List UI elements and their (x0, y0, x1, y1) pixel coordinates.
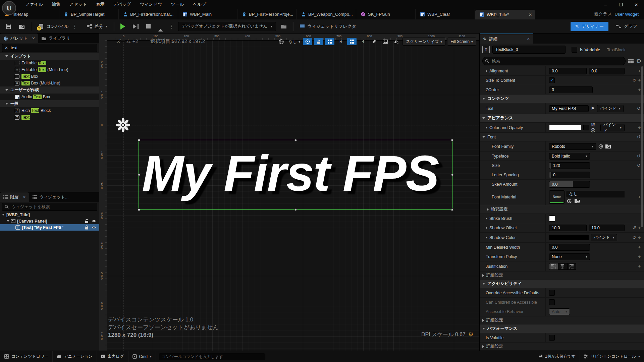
asset-tab-bp-weapon-compo[interactable]: BP_Weapon_Compo... (297, 9, 356, 19)
reset-to-default-icon[interactable]: ↺ (633, 235, 636, 240)
graph-mode-button[interactable]: グラフ (612, 22, 641, 31)
close-button[interactable]: ✕ (629, 0, 644, 9)
detail-row-font-subcategory[interactable]: Font↺ (480, 133, 644, 141)
selection-handle[interactable] (138, 174, 140, 176)
canvas-grid-snap-toggle[interactable] (325, 38, 334, 45)
asset-tab-wbp-main[interactable]: WBP_Main (178, 9, 237, 19)
menu-debug[interactable]: デバッグ (109, 0, 135, 9)
detail-row-advanced-3[interactable]: 詳細設定 (480, 343, 644, 351)
hierarchy-row-text-widget[interactable]: T[Text] "My First FPS" (0, 224, 99, 231)
add-keyframe-icon[interactable]: + (638, 235, 641, 240)
detail-row-content-section[interactable]: コンテンツ (480, 95, 644, 103)
details-search-input[interactable] (491, 58, 623, 64)
checkbox[interactable] (549, 335, 555, 341)
add-keyframe-icon[interactable]: + (638, 254, 641, 259)
bind-button[interactable]: バインド▾ (600, 124, 625, 131)
checkbox[interactable]: ✓ (549, 77, 555, 83)
palette-item-editable-text-multiline[interactable]: ≡Editable Text (Multi-Line) (0, 66, 99, 73)
close-icon[interactable]: ✕ (32, 36, 35, 41)
palette-section-input[interactable]: インプット (0, 53, 99, 60)
details-search-box[interactable] (482, 57, 626, 65)
canvas-flow-direction-toggle[interactable] (303, 38, 312, 45)
widget-name-field[interactable]: TextBlock_0 (492, 46, 566, 54)
browse-debug-button[interactable] (278, 21, 289, 32)
add-keyframe-icon[interactable]: + (638, 87, 641, 92)
status-cmd[interactable]: Cmd▾ (128, 351, 156, 362)
bind-button[interactable]: バインド▾ (597, 105, 624, 112)
value-field[interactable]: My First FPS (549, 105, 589, 112)
detail-row-appearance-section[interactable]: アピアランス (480, 114, 644, 123)
minimize-button[interactable]: – (598, 0, 613, 9)
bind-button[interactable]: バインド▾ (591, 234, 617, 241)
add-keyframe-icon[interactable]: + (638, 264, 641, 269)
value-field[interactable]: 0.0 (549, 68, 587, 74)
detail-row-accessibility-section[interactable]: アクセシビリティ (480, 280, 644, 288)
status-animation[interactable]: アニメーション (53, 351, 97, 362)
canvas-layout-grid-toggle[interactable] (347, 38, 357, 45)
value-field[interactable]: 120 (549, 162, 590, 169)
tab-palette[interactable]: パレット✕ (0, 34, 38, 43)
reset-to-default-icon[interactable]: ↺ (637, 154, 641, 159)
menu-help[interactable]: ヘルプ (189, 0, 211, 9)
canvas-localization-culture[interactable]: なし▾ (288, 38, 302, 45)
browse-asset-icon[interactable] (575, 199, 580, 203)
eye-visibility-icon[interactable] (92, 220, 96, 223)
canvas-lock-widgets-toggle[interactable] (314, 38, 323, 45)
canvas-rotation-grid-toggle[interactable]: R (336, 38, 345, 45)
browse-asset-icon[interactable] (605, 144, 611, 148)
justify-left-button[interactable] (549, 263, 558, 270)
palette-search-box[interactable]: ✕ (2, 44, 97, 52)
checkbox[interactable] (549, 299, 555, 305)
bind-flag-icon[interactable]: ⚑ (591, 106, 595, 112)
asset-tab-bp-firstpersonchar[interactable]: BP_FirstPersonChar... (119, 9, 178, 19)
status-revision-control[interactable]: リビジョンコントロール▾ (580, 351, 644, 362)
widget-reflector-button[interactable]: ウィジェットリフレクタ (297, 21, 359, 32)
menu-view[interactable]: 表示 (91, 0, 109, 9)
chevron-right-icon[interactable] (486, 126, 487, 129)
value-field[interactable]: 0 (549, 86, 593, 93)
menu-tools[interactable]: ツール (166, 0, 189, 9)
console-command-input[interactable] (159, 353, 265, 360)
color-swatch[interactable] (549, 125, 581, 130)
selection-handle[interactable] (138, 139, 140, 141)
checkbox[interactable] (549, 290, 555, 296)
menu-file[interactable]: ファイル (21, 0, 47, 9)
parent-class-value[interactable]: User Widget (614, 12, 639, 17)
material-thumbnail[interactable]: None (549, 190, 565, 204)
reset-to-default-icon[interactable]: ↺ (633, 225, 636, 230)
chevron-down-icon[interactable] (7, 220, 9, 222)
selection-handle[interactable] (451, 208, 453, 211)
value-field[interactable]: 10.0 (589, 225, 625, 231)
palette-section-user-created[interactable]: ユーザーが作成 (0, 86, 99, 94)
canvas-flip-preview-toggle[interactable] (391, 38, 401, 45)
detail-row-advanced-2[interactable]: 詳細設定 (480, 316, 644, 324)
selection-handle[interactable] (451, 139, 453, 141)
palette-item-audio-text-box[interactable]: Audio Text Box (0, 94, 99, 100)
reset-to-default-icon[interactable]: ↺ (633, 78, 636, 83)
display-filter-icon[interactable] (628, 59, 634, 63)
clear-search-icon[interactable]: ✕ (5, 46, 8, 50)
detail-row-advanced-1[interactable]: 詳細設定 (480, 272, 644, 280)
asset-tab-bp-simpletarget[interactable]: BP_SimpleTarget (59, 9, 119, 19)
reset-to-default-icon[interactable]: ↺ (637, 106, 641, 111)
save-button[interactable] (3, 21, 14, 32)
palette-item-text[interactable]: TText (0, 114, 99, 121)
asset-tab-bp-firstpersonproje[interactable]: BP_FirstPersonProje... (237, 9, 297, 19)
tab-library[interactable]: ライブラリ (38, 34, 73, 43)
browse-content-button[interactable] (16, 21, 28, 32)
menu-asset[interactable]: アセット (65, 0, 91, 9)
canvas-preview-background-toggle[interactable] (380, 38, 390, 45)
asset-tab-sk-fpgun[interactable]: SK_FPGun (356, 9, 416, 19)
use-selected-asset-icon[interactable] (567, 199, 572, 203)
canvas-grid-size[interactable]: 4 (358, 38, 368, 45)
anchor-medallion-icon[interactable] (115, 117, 131, 133)
chevron-right-icon[interactable] (486, 70, 487, 72)
asset-tab-wbp-clear[interactable]: WBP_Clear (416, 9, 475, 19)
hierarchy-row-canvas-panel[interactable]: [Canvas Panel] (0, 218, 99, 224)
close-icon[interactable]: ✕ (23, 195, 26, 199)
status-content-drawer[interactable]: コンテンツドロワー (0, 351, 53, 362)
eye-visibility-icon[interactable] (92, 226, 96, 229)
justify-center-button[interactable] (558, 263, 567, 270)
compile-options-icon[interactable]: ⋮ (71, 24, 79, 29)
is-variable-checkbox[interactable] (572, 47, 577, 53)
